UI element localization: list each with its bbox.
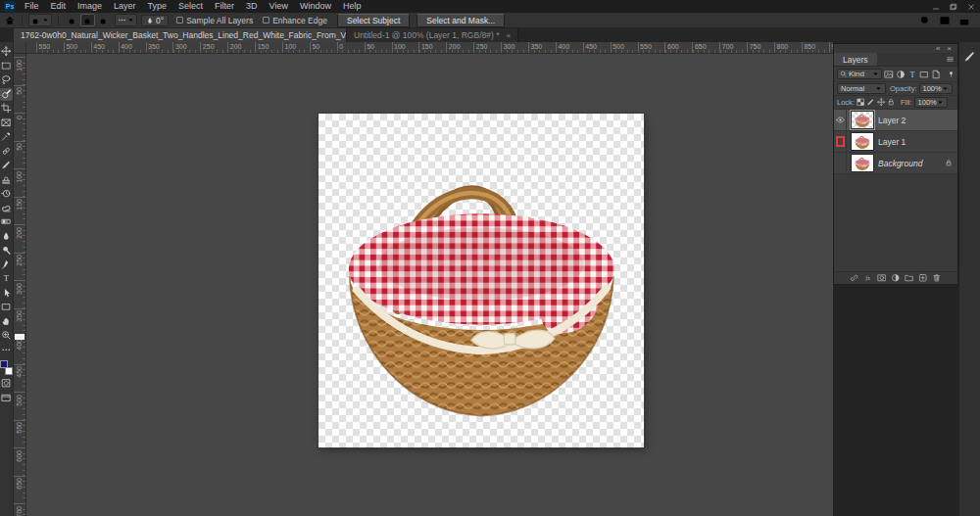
new-layer-icon[interactable] bbox=[918, 273, 928, 283]
quick-selection-tool[interactable] bbox=[0, 88, 13, 101]
Image[interactable]: Image bbox=[72, 0, 108, 13]
lock-transparent-pixels-icon[interactable] bbox=[857, 98, 865, 107]
collapsed-panel-icon[interactable] bbox=[963, 50, 976, 63]
subtract-from-selection-mode[interactable] bbox=[96, 14, 111, 26]
canvas[interactable] bbox=[318, 114, 644, 447]
document-tab[interactable]: Untitled-1 @ 100% (Layer 1, RGB/8#) * × bbox=[347, 28, 518, 42]
blend-mode-select[interactable]: Normal bbox=[837, 83, 886, 94]
filter-kind-select[interactable]: Kind bbox=[837, 69, 882, 79]
Window[interactable]: Window bbox=[294, 0, 337, 13]
close-panel-icon[interactable]: × bbox=[947, 44, 952, 53]
path-selection-tool[interactable] bbox=[0, 287, 13, 300]
layer-visibility-toggle[interactable] bbox=[834, 110, 847, 130]
layer-effects-icon[interactable] bbox=[863, 273, 873, 283]
3D[interactable]: 3D bbox=[240, 0, 264, 13]
restore-button[interactable] bbox=[945, 0, 962, 13]
crop-tool[interactable] bbox=[0, 102, 13, 115]
background-color-swatch[interactable] bbox=[5, 367, 13, 375]
move-tool[interactable] bbox=[0, 45, 13, 58]
layer-thumbnail[interactable] bbox=[851, 132, 874, 151]
zoom-tool[interactable] bbox=[0, 329, 13, 342]
workspace-switcher-icon[interactable] bbox=[939, 15, 951, 26]
brush-options-picker[interactable] bbox=[115, 14, 137, 26]
hand-tool[interactable] bbox=[0, 315, 13, 328]
layer-name[interactable]: Layer 2 bbox=[878, 116, 906, 125]
Help[interactable]: Help bbox=[337, 0, 368, 13]
options-checkbox[interactable]: Sample All Layers bbox=[176, 16, 253, 25]
gradient-tool[interactable] bbox=[0, 215, 13, 228]
select-and-mask-button[interactable]: Select and Mask... bbox=[416, 14, 505, 27]
filter-adjustment-layers-icon[interactable] bbox=[896, 70, 906, 79]
pen-tool[interactable] bbox=[0, 258, 13, 271]
filter-type-layers-icon[interactable] bbox=[907, 70, 917, 79]
layer-row[interactable]: Layer 2 bbox=[834, 110, 957, 131]
File[interactable]: File bbox=[19, 0, 45, 13]
eyedropper-tool[interactable] bbox=[0, 130, 13, 143]
rectangular-marquee-tool[interactable] bbox=[0, 60, 13, 72]
layer-visibility-toggle[interactable] bbox=[834, 131, 847, 152]
brush-angle-field[interactable]: 0° bbox=[141, 15, 169, 26]
photoshop-window: Ps FileEditImageLayerTypeSelectFilter3DV… bbox=[0, 0, 980, 516]
type-tool[interactable] bbox=[0, 272, 13, 285]
horizontal-ruler[interactable]: 5505004504003503002502001501005005010015… bbox=[26, 42, 833, 54]
layer-visibility-toggle[interactable] bbox=[834, 153, 847, 173]
lasso-tool[interactable] bbox=[0, 73, 13, 86]
dodge-tool[interactable] bbox=[0, 244, 13, 257]
history-brush-tool[interactable] bbox=[0, 187, 13, 200]
close-button[interactable] bbox=[962, 0, 980, 13]
lock-image-pixels-icon[interactable] bbox=[866, 98, 875, 107]
tool-preset-picker[interactable] bbox=[28, 14, 52, 26]
lock-all-icon[interactable] bbox=[887, 98, 896, 107]
link-layers-icon[interactable] bbox=[850, 273, 859, 283]
new-adjustment-layer-icon[interactable] bbox=[891, 273, 901, 283]
add-to-selection-mode[interactable] bbox=[80, 14, 95, 26]
share-icon[interactable] bbox=[958, 15, 970, 26]
frame-tool[interactable] bbox=[0, 117, 13, 129]
Layer[interactable]: Layer bbox=[108, 0, 142, 13]
Edit[interactable]: Edit bbox=[45, 0, 73, 13]
eraser-tool[interactable] bbox=[0, 202, 13, 214]
filter-pixel-layers-icon[interactable] bbox=[884, 70, 894, 79]
layer-thumbnail[interactable] bbox=[851, 111, 874, 129]
document-tab[interactable]: 1762-0w0h0_Natural_Wicker_Basket_Two_Han… bbox=[14, 28, 347, 42]
delete-layer-icon[interactable] bbox=[932, 273, 942, 283]
edit-toolbar[interactable] bbox=[0, 344, 13, 356]
brush-tool[interactable] bbox=[0, 159, 13, 171]
collapse-panels-icon[interactable]: « bbox=[936, 44, 940, 53]
ruler-origin-corner[interactable] bbox=[14, 42, 26, 54]
new-group-icon[interactable] bbox=[905, 273, 914, 283]
fill-field[interactable]: 100% bbox=[914, 97, 948, 108]
options-checkbox[interactable]: Enhance Edge bbox=[263, 16, 327, 25]
filter-shape-layers-icon[interactable] bbox=[919, 70, 929, 79]
minimize-button[interactable] bbox=[927, 0, 945, 13]
layer-row[interactable]: Layer 1 bbox=[834, 131, 957, 153]
filter-smart-objects-icon[interactable] bbox=[931, 70, 941, 79]
tab-close-icon[interactable]: × bbox=[506, 31, 511, 40]
View[interactable]: View bbox=[264, 0, 294, 13]
layer-name[interactable]: Layer 1 bbox=[878, 137, 906, 147]
layer-row[interactable]: Background bbox=[834, 153, 957, 174]
quick-mask-mode[interactable] bbox=[0, 377, 13, 390]
blur-tool[interactable] bbox=[0, 230, 13, 243]
home-icon[interactable] bbox=[4, 15, 16, 26]
filter-toggle-icon[interactable] bbox=[948, 70, 955, 77]
Type[interactable]: Type bbox=[142, 0, 173, 13]
layer-name[interactable]: Background bbox=[878, 159, 922, 168]
clone-stamp-tool[interactable] bbox=[0, 173, 13, 186]
rectangle-tool[interactable] bbox=[0, 301, 13, 313]
new-selection-mode[interactable] bbox=[65, 14, 79, 26]
screen-mode[interactable] bbox=[0, 392, 13, 404]
select-subject-button[interactable]: Select Subject bbox=[337, 14, 410, 27]
foreground-color-swatch[interactable] bbox=[0, 360, 8, 368]
layers-panel-tab[interactable]: Layers bbox=[834, 53, 877, 66]
opacity-field[interactable]: 100% bbox=[919, 83, 953, 94]
search-icon[interactable] bbox=[919, 15, 931, 26]
lock-position-icon[interactable] bbox=[877, 98, 886, 107]
add-layer-mask-icon[interactable] bbox=[877, 273, 887, 283]
vertical-ruler[interactable]: 1005005010015020025030035040045050055060… bbox=[14, 54, 26, 516]
layer-thumbnail[interactable] bbox=[851, 154, 874, 172]
Filter[interactable]: Filter bbox=[209, 0, 240, 13]
Select[interactable]: Select bbox=[172, 0, 209, 13]
spot-healing-brush-tool[interactable] bbox=[0, 145, 13, 158]
panel-menu-icon[interactable] bbox=[942, 53, 957, 66]
